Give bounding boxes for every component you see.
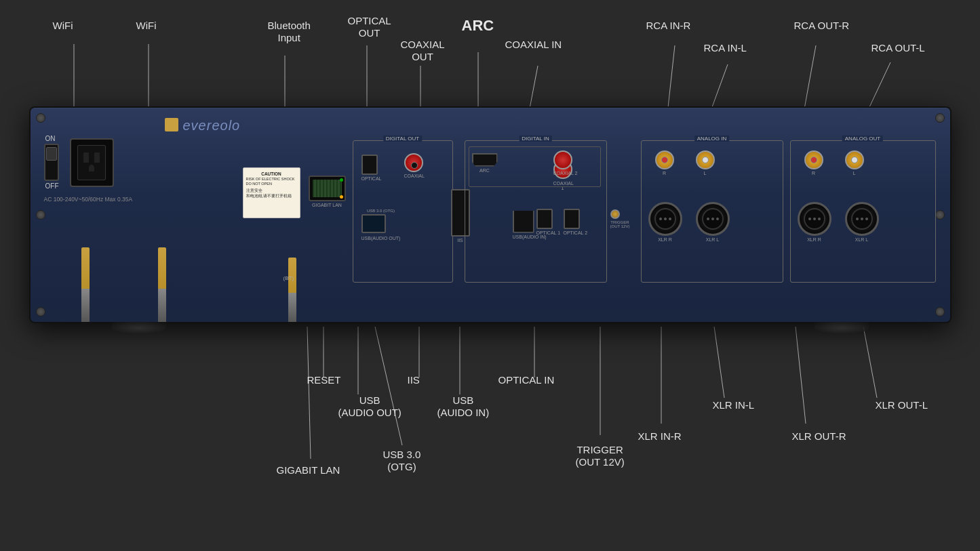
brand-badge — [165, 118, 178, 131]
usb-b-port[interactable] — [513, 209, 534, 233]
caution-label: CAUTION RISK OF ELECTRIC SHOCK DO NOT OP… — [243, 167, 300, 218]
optical-out-port-group: OPTICAL — [361, 155, 382, 181]
rca-in-r-group: R — [655, 150, 674, 176]
xlr-in-r-port[interactable] — [648, 202, 682, 236]
rca-in-l-port[interactable] — [696, 150, 715, 169]
on-label: ON — [45, 135, 56, 142]
optical-out-port[interactable] — [361, 155, 378, 175]
wifi-antenna-2 — [158, 247, 166, 322]
rca-out-r-group: R — [804, 150, 823, 176]
bluetooth-label: BluetoothInput — [268, 20, 311, 44]
coaxial2-port[interactable] — [553, 150, 572, 169]
foot-left — [112, 322, 166, 334]
rca-in-r-label: RCA IN-R — [646, 20, 691, 32]
rca-out-l-label: RCA OUT-L — [871, 42, 925, 54]
coaxial-out-port-group: COAXIAL — [404, 153, 425, 178]
screw — [36, 113, 45, 123]
optical1-group: OPTICAL 1 — [536, 209, 561, 235]
brand-name: evereolo — [183, 118, 241, 134]
svg-line-15 — [375, 327, 402, 445]
screw — [36, 307, 45, 317]
optical-out-label: OPTICALOUT — [348, 15, 391, 39]
xlr-in-l-port[interactable] — [696, 202, 730, 236]
optical2-port[interactable] — [564, 209, 580, 229]
bt-label: (BT) — [283, 275, 294, 281]
power-switch[interactable] — [44, 144, 59, 181]
rca-out-r-port[interactable] — [804, 150, 823, 169]
arc-label: ARC — [462, 17, 494, 35]
xlr-out-r-label: XLR OUT-R — [792, 430, 846, 443]
screw — [935, 113, 945, 123]
coaxial-out-port[interactable] — [404, 153, 423, 172]
rca-out-l-port[interactable] — [845, 150, 864, 169]
usb-port-a[interactable] — [361, 214, 386, 233]
gigabit-lan-label: GIGABIT LAN — [277, 464, 340, 476]
optical-in-label: OPTICAL IN — [498, 374, 555, 386]
coaxial2-group: COAXIAL 2 — [553, 150, 578, 176]
screw — [935, 307, 945, 317]
rca-out-l-group: L — [845, 150, 864, 176]
arc-port-group: ARC — [472, 153, 498, 173]
rca-in-l-group: L — [696, 150, 715, 176]
wifi2-label: WiFi — [136, 20, 157, 32]
power-socket — [70, 138, 114, 187]
xlr-in-l-group: XLR L — [696, 202, 730, 242]
digital-in-label: DIGITAL IN — [519, 136, 551, 142]
svg-line-20 — [796, 327, 806, 424]
usb-otg-label: USB 3.0(OTG) — [383, 449, 421, 473]
wifi-antenna-1 — [81, 247, 90, 322]
trigger-port-group: TRIGGER(OUT 12V) — [610, 209, 630, 228]
xlr-in-l-label: XLR IN-L — [713, 399, 755, 411]
xlr-in-r-label: XLR IN-R — [638, 430, 682, 443]
svg-line-21 — [863, 327, 877, 398]
optical1-port[interactable] — [536, 209, 553, 229]
xlr-out-r-port[interactable] — [798, 202, 831, 236]
digital-out-section: DIGITAL OUT OPTICAL COAXIAL USB 3.0 (OTG… — [353, 140, 453, 283]
analog-in-section: ANALOG IN R L — [641, 140, 783, 283]
xlr-out-l-label: XLR OUT-L — [876, 399, 928, 411]
off-label: OFF — [45, 182, 59, 190]
usb-audio-in-label: USB(AUIDO IN) — [437, 394, 490, 419]
voltage-label: AC 100-240V~50/60Hz Max 0.35A — [44, 196, 133, 203]
rca-in-r-port[interactable] — [655, 150, 674, 169]
rca-out-r-label: RCA OUT-R — [794, 20, 850, 32]
svg-line-19 — [714, 327, 724, 398]
foot-right — [815, 322, 869, 334]
screw — [935, 210, 945, 220]
xlr-out-r-group: XLR R — [798, 202, 831, 242]
xlr-out-l-port[interactable] — [845, 202, 879, 236]
gigabit-lan-port[interactable]: GIGABIT LAN — [309, 176, 346, 207]
trigger-port[interactable] — [610, 209, 620, 219]
trigger-label: TRIGGER(OUT 12V) — [576, 444, 625, 468]
coaxial-in-label: COAXIAL IN — [505, 39, 562, 51]
device-body: ON OFF AC 100-240V~50/60Hz Max 0.35A eve… — [29, 106, 952, 323]
usb-audio-out-label: USB(AUDIO OUT) — [338, 394, 401, 419]
optical2-group: OPTICAL 2 — [564, 209, 588, 235]
svg-line-22 — [307, 327, 311, 459]
rca-in-l-label: RCA IN-L — [704, 42, 747, 54]
wifi1-label: WiFi — [53, 20, 73, 32]
bluetooth-antenna — [288, 258, 296, 322]
usb-otg-group: USB 3.0 (OTG) USB(AUDIO OUT) — [361, 209, 401, 241]
reset-label: RESET — [307, 374, 341, 386]
xlr-in-r-group: XLR R — [648, 202, 682, 242]
xlr-out-l-group: XLR L — [845, 202, 879, 242]
arc-port[interactable] — [472, 153, 498, 167]
digital-in-section: DIGITAL IN ARC COAXIAL 1 COAXIAL 2 USB(A… — [465, 140, 607, 283]
coaxial-out-label: COAXIALOUT — [401, 39, 445, 63]
analog-out-label: ANALOG OUT — [842, 136, 883, 142]
iis-label: IIS — [408, 374, 420, 386]
digital-out-label: DIGITAL OUT — [383, 136, 422, 142]
screw — [36, 210, 45, 220]
analog-in-label: ANALOG IN — [694, 136, 730, 142]
analog-out-section: ANALOG OUT R L — [790, 140, 936, 283]
scene: ON OFF AC 100-240V~50/60Hz Max 0.35A eve… — [16, 12, 965, 540]
